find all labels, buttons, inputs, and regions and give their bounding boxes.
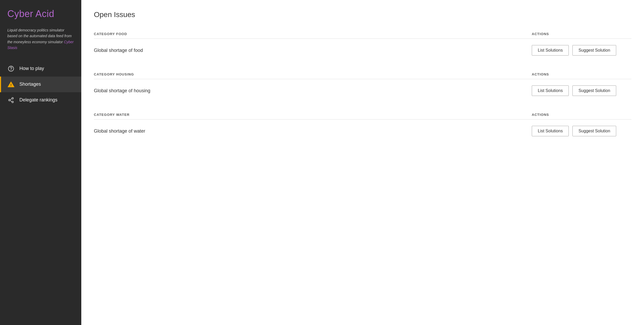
category-section-water: CATEGORY WATER ACTIONS Global shortage o… (94, 110, 631, 143)
sidebar-item-label-shortages: Shortages (19, 82, 41, 87)
question-circle-icon (7, 65, 15, 72)
issue-text-water: Global shortage of water (94, 128, 532, 134)
description-text-before-link: Liquid democracy politics simulator base… (7, 28, 72, 44)
issues-table: CATEGORY FOOD ACTIONS Global shortage of… (94, 29, 631, 143)
svg-point-1 (11, 70, 11, 70)
sidebar-item-shortages[interactable]: ! Shortages (0, 77, 81, 92)
issue-text-housing: Global shortage of housing (94, 88, 532, 94)
svg-line-7 (10, 100, 12, 101)
app-logo-area: Cyber Acid (0, 0, 81, 25)
category-label-food: CATEGORY FOOD (94, 32, 532, 36)
sidebar-navigation: How to play ! Shortages (0, 61, 81, 108)
suggest-solution-water-button[interactable]: Suggest Solution (572, 126, 616, 136)
actions-label-food: ACTIONS (532, 32, 631, 36)
app-description: Liquid democracy politics simulator base… (0, 25, 81, 59)
sidebar: Cyber Acid Liquid democracy politics sim… (0, 0, 81, 325)
share-nodes-icon (7, 96, 15, 104)
sidebar-item-delegate-rankings[interactable]: Delegate rankings (0, 92, 81, 108)
app-title: Cyber Acid (7, 8, 74, 19)
svg-line-8 (10, 99, 12, 100)
category-label-housing: CATEGORY HOUSING (94, 72, 532, 76)
issue-actions-water: List Solutions Suggest Solution (532, 126, 631, 136)
category-section-food: CATEGORY FOOD ACTIONS Global shortage of… (94, 29, 631, 62)
sidebar-item-how-to-play[interactable]: How to play (0, 61, 81, 77)
svg-text:!: ! (10, 83, 12, 87)
category-header-food: CATEGORY FOOD ACTIONS (94, 29, 631, 39)
issue-text-food: Global shortage of food (94, 48, 532, 53)
category-label-water: CATEGORY WATER (94, 113, 532, 117)
issue-actions-housing: List Solutions Suggest Solution (532, 85, 631, 96)
suggest-solution-housing-button[interactable]: Suggest Solution (572, 85, 616, 96)
issue-row-food: Global shortage of food List Solutions S… (94, 39, 631, 62)
main-content: Open Issues CATEGORY FOOD ACTIONS Global… (81, 0, 644, 325)
list-solutions-housing-button[interactable]: List Solutions (532, 85, 569, 96)
sidebar-item-label-how-to-play: How to play (19, 66, 44, 71)
list-solutions-water-button[interactable]: List Solutions (532, 126, 569, 136)
issue-row-water: Global shortage of water List Solutions … (94, 120, 631, 143)
actions-label-water: ACTIONS (532, 113, 631, 117)
warning-triangle-icon: ! (7, 81, 15, 88)
issue-row-housing: Global shortage of housing List Solution… (94, 79, 631, 102)
page-title: Open Issues (94, 10, 631, 19)
suggest-solution-food-button[interactable]: Suggest Solution (572, 45, 616, 56)
actions-label-housing: ACTIONS (532, 72, 631, 76)
category-header-housing: CATEGORY HOUSING ACTIONS (94, 70, 631, 79)
issue-actions-food: List Solutions Suggest Solution (532, 45, 631, 56)
list-solutions-food-button[interactable]: List Solutions (532, 45, 569, 56)
sidebar-item-label-delegate-rankings: Delegate rankings (19, 97, 57, 103)
category-header-water: CATEGORY WATER ACTIONS (94, 110, 631, 120)
category-section-housing: CATEGORY HOUSING ACTIONS Global shortage… (94, 70, 631, 102)
